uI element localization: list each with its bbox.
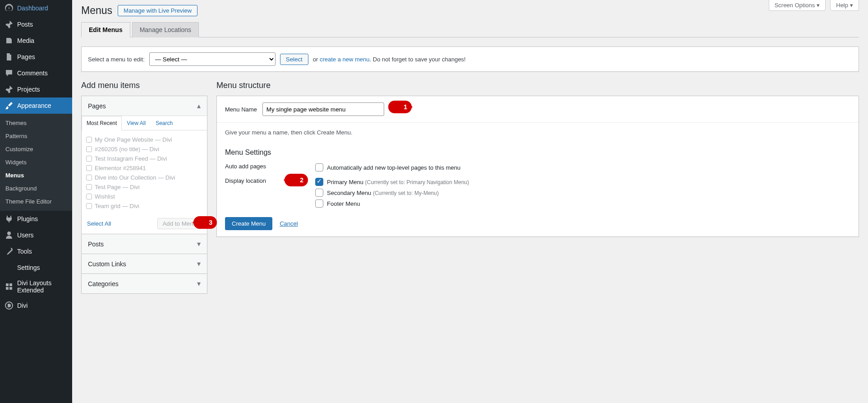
- page-checkbox[interactable]: [86, 146, 92, 152]
- sidebar-item-plugins[interactable]: Plugins: [0, 211, 72, 227]
- accordion-categories-header[interactable]: Categories ▾: [82, 274, 207, 293]
- sidebar-label: Pages: [17, 53, 35, 60]
- list-item[interactable]: Team grid — Divi: [86, 201, 202, 211]
- sidebar-label: Dashboard: [17, 5, 48, 12]
- auto-add-label: Auto add pages: [225, 162, 315, 170]
- menu-name-label: Menu Name: [225, 106, 257, 113]
- menu-panel: Menu Name 1 Give your menu a name, then …: [216, 96, 859, 237]
- comment-icon: [5, 69, 14, 78]
- chevron-down-icon: ▾: [850, 2, 853, 9]
- pages-list[interactable]: My One Page Website — Divi #260205 (no t…: [82, 130, 207, 215]
- cancel-link[interactable]: Cancel: [280, 220, 298, 227]
- sidebar-item-tools[interactable]: Tools: [0, 243, 72, 259]
- location-footer-checkbox[interactable]: [315, 199, 323, 208]
- location-footer-option[interactable]: Footer Menu: [315, 198, 850, 209]
- location-primary-option[interactable]: Primary Menu (Currently set to: Primary …: [315, 176, 850, 187]
- wrench-icon: [5, 247, 14, 256]
- list-item[interactable]: Test Instagram Feed — Divi: [86, 154, 202, 163]
- chevron-down-icon: ▾: [817, 2, 820, 9]
- annotation-badge-1: 1: [388, 101, 412, 113]
- sidebar-label: Settings: [17, 264, 40, 271]
- select-all-link[interactable]: Select All: [87, 220, 111, 227]
- menu-tabs: Edit Menus Manage Locations: [81, 22, 859, 37]
- select-button[interactable]: Select: [280, 54, 308, 65]
- accordion-categories: Categories ▾: [81, 273, 207, 294]
- sidebar-label: Users: [17, 232, 34, 239]
- accordion-posts-header[interactable]: Posts ▾: [82, 234, 207, 254]
- menu-select-dropdown[interactable]: — Select —: [149, 52, 276, 66]
- list-item[interactable]: Dive into Our Collection — Divi: [86, 173, 202, 182]
- auto-add-checkbox[interactable]: [315, 163, 323, 171]
- page-checkbox[interactable]: [86, 175, 92, 181]
- add-menu-items-column: Add menu items Pages ▴ Most Recent View …: [81, 81, 207, 293]
- menu-structure-heading: Menu structure: [216, 81, 859, 90]
- sidebar-item-settings[interactable]: Settings: [0, 259, 72, 276]
- sidebar-label: Appearance: [17, 102, 51, 109]
- select-menu-label: Select a menu to edit:: [88, 56, 145, 63]
- pin-icon: [5, 85, 14, 94]
- sidebar-item-divi-layouts[interactable]: Divi Layouts Extended: [0, 276, 72, 297]
- sidebar-item-dashboard[interactable]: Dashboard: [0, 0, 72, 16]
- pin-icon: [5, 20, 14, 29]
- sidebar-item-media[interactable]: Media: [0, 32, 72, 49]
- submenu-patterns[interactable]: Patterns: [0, 130, 72, 143]
- create-menu-button[interactable]: Create Menu: [225, 217, 272, 230]
- submenu-theme-file-editor[interactable]: Theme File Editor: [0, 195, 72, 208]
- user-icon: [5, 231, 14, 240]
- sidebar-item-projects[interactable]: Projects: [0, 81, 72, 97]
- list-item[interactable]: #260205 (no title) — Divi: [86, 144, 202, 154]
- chevron-up-icon: ▴: [197, 102, 201, 110]
- screen-options-button[interactable]: Screen Options ▾: [769, 0, 826, 11]
- page-checkbox[interactable]: [86, 137, 92, 143]
- menu-hint-text: Give your menu a name, then click Create…: [217, 123, 859, 142]
- location-primary-checkbox[interactable]: [315, 178, 323, 186]
- menu-name-input[interactable]: [262, 102, 384, 116]
- page-checkbox[interactable]: [86, 203, 92, 209]
- accordion-pages-header[interactable]: Pages ▴: [82, 96, 207, 116]
- page-checkbox[interactable]: [86, 184, 92, 190]
- sidebar-item-appearance[interactable]: Appearance: [0, 97, 72, 114]
- submenu-widgets[interactable]: Widgets: [0, 156, 72, 169]
- submenu-themes[interactable]: Themes: [0, 116, 72, 130]
- sidebar-item-divi[interactable]: Divi: [0, 297, 72, 314]
- location-secondary-option[interactable]: Secondary Menu (Currently set to: My-Men…: [315, 187, 850, 198]
- accordion-custom-links: Custom Links ▾: [81, 254, 207, 274]
- submenu-menus[interactable]: Menus: [0, 169, 72, 182]
- list-item[interactable]: Elementor #258941: [86, 163, 202, 173]
- sidebar-item-posts[interactable]: Posts: [0, 16, 72, 32]
- submenu-customize[interactable]: Customize: [0, 143, 72, 156]
- sidebar-item-pages[interactable]: Pages: [0, 49, 72, 65]
- create-new-menu-link[interactable]: create a new menu: [320, 56, 370, 63]
- sidebar-label: Divi: [17, 302, 28, 309]
- sidebar-label: Media: [17, 37, 34, 44]
- sidebar-item-comments[interactable]: Comments: [0, 65, 72, 81]
- page-checkbox[interactable]: [86, 194, 92, 199]
- list-item[interactable]: My One Page Website — Divi: [86, 135, 202, 144]
- sidebar-label: Plugins: [17, 215, 38, 222]
- help-button[interactable]: Help ▾: [830, 0, 859, 11]
- page-checkbox[interactable]: [86, 165, 92, 171]
- chevron-down-icon: ▾: [197, 259, 201, 268]
- location-secondary-checkbox[interactable]: [315, 189, 323, 197]
- tab-edit-menus[interactable]: Edit Menus: [81, 22, 130, 37]
- sidebar-label: Projects: [17, 86, 40, 93]
- accordion-custom-header[interactable]: Custom Links ▾: [82, 254, 207, 273]
- tab-manage-locations[interactable]: Manage Locations: [132, 22, 199, 37]
- menu-select-bar: Select a menu to edit: — Select — Select…: [81, 46, 859, 72]
- sliders-icon: [5, 263, 14, 272]
- inner-tab-recent[interactable]: Most Recent: [82, 116, 122, 130]
- inner-tab-viewall[interactable]: View All: [122, 116, 151, 130]
- gauge-icon: [5, 4, 14, 13]
- sidebar-label: Divi Layouts Extended: [17, 279, 68, 294]
- live-preview-button[interactable]: Manage with Live Preview: [118, 5, 197, 16]
- inner-tab-search[interactable]: Search: [151, 116, 178, 130]
- admin-sidebar: Dashboard Posts Media Pages Comments Pro…: [0, 0, 72, 403]
- menu-settings-heading: Menu Settings: [217, 142, 859, 160]
- page-checkbox[interactable]: [86, 156, 92, 162]
- list-item[interactable]: Wishlist: [86, 192, 202, 201]
- sidebar-label: Posts: [17, 21, 33, 28]
- sidebar-item-users[interactable]: Users: [0, 227, 72, 243]
- auto-add-option[interactable]: Automatically add new top-level pages to…: [315, 162, 850, 173]
- submenu-background[interactable]: Background: [0, 182, 72, 195]
- list-item[interactable]: Test Page — Divi: [86, 182, 202, 192]
